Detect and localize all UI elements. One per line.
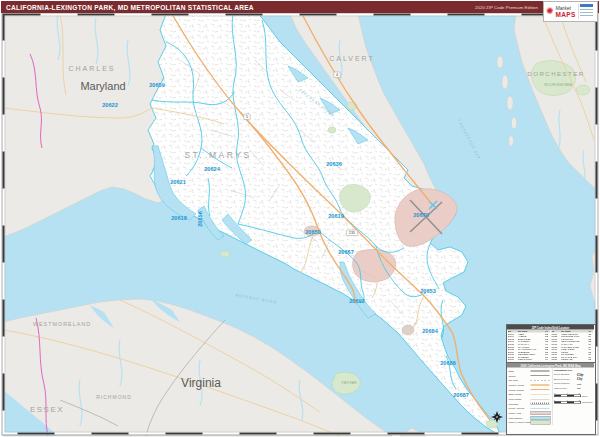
zip-code-label: 20670 — [413, 212, 429, 218]
county-label: CHARLES — [68, 65, 115, 72]
hooper-island — [497, 56, 503, 68]
population-key-row: Under 10,000City — [554, 386, 593, 391]
county-label: WESTMORELAND — [33, 321, 91, 327]
zip-index-column: ZIPZIP NameGr20650LEONARDTOWNC320653LEXI… — [551, 330, 593, 363]
park-label: STATE PARK — [341, 381, 357, 385]
zip-index-column: ZIPZIP NameGr20606ABELLB320609AVENUEB320… — [508, 330, 550, 363]
zip-code-label: 20667 — [338, 249, 354, 255]
road-shield-number: 235 — [349, 231, 355, 235]
zip-code-label: 20619 — [328, 213, 344, 219]
county-label: ESSEX — [30, 405, 64, 414]
zip-code-label: 20636 — [326, 161, 342, 167]
county-label: CALVERT — [329, 55, 375, 62]
zip-code-label: 20618 — [171, 215, 187, 221]
county-label: ST. MARYS — [184, 150, 251, 160]
county-label: DORCHESTER — [527, 70, 584, 77]
road-shield: 4 — [334, 72, 340, 78]
zip-code-label: 20656 — [197, 211, 203, 227]
title-banner: CALIFORNIA-LEXINGTON PARK, MD METROPOLIT… — [1, 1, 599, 13]
legend-item: Parks / Federal Lands — [509, 420, 552, 425]
scale-bar: 048Kilometers — [554, 399, 593, 404]
zip-code-label: 20692 — [349, 298, 365, 304]
zip-code-label: 20622 — [102, 102, 118, 108]
scale-bar: 048Miles — [554, 393, 593, 398]
zip-code-label: 20653 — [420, 288, 436, 294]
road-shield: 5 — [244, 114, 250, 120]
zip-code-label: 20650 — [305, 229, 321, 235]
road-shield: 235 — [346, 230, 357, 236]
edition-label: 2020 ZIP Code Premium Edition — [475, 5, 538, 10]
road-shield-number: 5 — [246, 115, 248, 119]
zip-code-label: 20621 — [170, 179, 186, 185]
state-label: Virginia — [181, 376, 221, 390]
zip-code-label: 20684 — [422, 328, 438, 334]
hooper-island — [507, 96, 513, 110]
zip-index-panel: ZIP Code Index/Grid Locator ZIPZIP NameG… — [506, 324, 596, 364]
publisher-logo: ✺ Market MAPS — [543, 1, 598, 22]
logo-name-bottom: MAPS — [556, 12, 576, 18]
state-label: Maryland — [80, 80, 125, 92]
zip-code-label: 20687 — [453, 392, 469, 398]
hooper-island — [502, 75, 508, 89]
map-poster: { "banner": { "title": "CALIFORNIA-LEXIN… — [0, 0, 600, 437]
hooper-island — [511, 117, 516, 129]
hooper-island — [509, 136, 514, 146]
zip-code-label: 20686 — [440, 360, 456, 366]
legend-panel: 2020 California-Lexington Park, MD MSA M… — [506, 362, 596, 435]
road-shield-number: 4 — [336, 73, 338, 77]
park-label: WILDLIFE MGMT AREA — [544, 83, 572, 87]
zip-code-label: 20624 — [204, 166, 220, 172]
map-title: CALIFORNIA-LEXINGTON PARK, MD METROPOLIT… — [6, 4, 254, 11]
logo-star-icon: ✺ — [546, 7, 554, 16]
county-label: RICHMOND — [96, 394, 132, 400]
zip-code-label: 20659 — [149, 82, 165, 88]
logo-fineprint — [578, 4, 594, 19]
